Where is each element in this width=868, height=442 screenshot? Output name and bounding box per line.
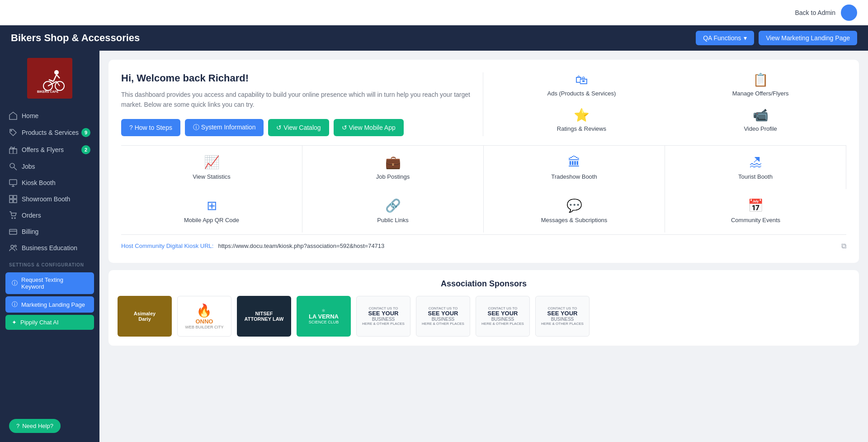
help-icon: ? xyxy=(16,423,19,429)
request-texting-button[interactable]: ⓘ Request Texting Keyword xyxy=(5,272,94,294)
header-actions: QA Functions ▾ View Marketing Landing Pa… xyxy=(696,31,857,45)
welcome-card: Hi, Welcome back Richard! This dashboard… xyxy=(108,60,859,263)
tradeshow-icon: 🏛 xyxy=(568,155,580,170)
quick-link-ratings[interactable]: ⭐ Ratings & Reviews xyxy=(496,108,668,136)
sponsors-grid: AsimaleyDariy 🔥 ONNO WEB BUILDER CITY NI… xyxy=(118,296,850,337)
how-to-steps-button[interactable]: ? How to Steps xyxy=(121,119,180,136)
sidebar-item-products[interactable]: Products & Services 9 xyxy=(0,124,99,141)
grid-item-job-postings[interactable]: 💼 Job Postings xyxy=(302,146,484,189)
welcome-left: Hi, Welcome back Richard! This dashboard… xyxy=(121,72,483,136)
welcome-top-section: Hi, Welcome back Richard! This dashboard… xyxy=(121,72,846,136)
offers-badge: 2 xyxy=(81,145,90,154)
view-mobile-app-button[interactable]: ↺ View Mobile App xyxy=(334,119,404,136)
key-icon xyxy=(9,162,17,171)
chevron-down-icon: ▾ xyxy=(744,34,747,42)
quick-link-ads[interactable]: 🛍 Ads (Products & Services) xyxy=(496,72,668,100)
sponsor-see-4[interactable]: CONTACT US TO SEE YOUR BUSINESS HERE & O… xyxy=(535,296,590,337)
gift-icon xyxy=(9,146,17,154)
sponsor-see-1[interactable]: CONTACT US TO SEE YOUR BUSINESS HERE & O… xyxy=(356,296,410,337)
sponsors-title: Association Sponsors xyxy=(118,279,850,289)
need-help-button[interactable]: ? Need Help? xyxy=(9,419,61,433)
main-content: Hi, Welcome back Richard! This dashboard… xyxy=(99,51,868,442)
public-links-icon: 🔗 xyxy=(385,198,401,213)
sponsors-card: Association Sponsors AsimaleyDariy 🔥 ONN… xyxy=(108,270,859,346)
tourist-icon: 🏖 xyxy=(749,155,762,170)
view-landing-button[interactable]: View Marketing Landing Page xyxy=(759,31,857,45)
products-badge: 9 xyxy=(81,128,90,137)
sponsor-see-2[interactable]: CONTACT US TO SEE YOUR BUSINESS HERE & O… xyxy=(416,296,470,337)
manage-offers-icon: 📋 xyxy=(753,72,769,87)
info-icon2: ⓘ xyxy=(12,300,18,309)
users-icon xyxy=(9,244,17,252)
quick-link-video[interactable]: 📹 Video Profile xyxy=(675,108,846,136)
svg-point-18 xyxy=(12,218,13,219)
view-catalog-button[interactable]: ↺ View Catalog xyxy=(268,119,329,136)
grid-item-public-links[interactable]: 🔗 Public Links xyxy=(302,189,484,233)
community-icon: 📅 xyxy=(748,198,764,213)
url-value: https://www.docu.team/kiosk.php?associat… xyxy=(218,242,837,249)
job-postings-icon: 💼 xyxy=(385,155,401,170)
svg-rect-15 xyxy=(14,195,17,199)
svg-rect-16 xyxy=(9,200,13,203)
sponsor-onno[interactable]: 🔥 ONNO WEB BUILDER CITY xyxy=(177,296,231,337)
ads-icon: 🛍 xyxy=(575,72,588,87)
svg-rect-17 xyxy=(14,200,17,203)
settings-section-label: SETTINGS & CONFIGURATION xyxy=(0,256,99,270)
sidebar-item-offers[interactable]: Offers & Flyers 2 xyxy=(0,141,99,158)
svg-text:BIKERS CAFE: BIKERS CAFE xyxy=(37,90,59,93)
sidebar-navigation: Home Products & Services 9 Offers & Flye… xyxy=(0,108,99,256)
page-title: Bikers Shop & Accessories xyxy=(11,32,140,44)
grid-item-messages[interactable]: 💬 Messages & Subcriptions xyxy=(484,189,665,233)
svg-point-1 xyxy=(54,70,59,75)
svg-point-19 xyxy=(14,218,15,219)
sponsor-nitsef[interactable]: NITSEFATTORNEY LAW xyxy=(237,296,291,337)
qa-functions-button[interactable]: QA Functions ▾ xyxy=(696,31,754,45)
svg-point-21 xyxy=(11,245,14,248)
statistics-icon: 📈 xyxy=(204,155,220,170)
system-information-button[interactable]: ⓘ System Information xyxy=(185,119,264,136)
svg-point-22 xyxy=(14,245,16,247)
top-bar: Back to Admin xyxy=(0,0,868,25)
grid-item-statistics[interactable]: 📈 View Statistics xyxy=(121,146,302,189)
copy-icon[interactable]: ⧉ xyxy=(841,242,846,250)
svg-point-10 xyxy=(11,130,12,131)
user-avatar[interactable] xyxy=(841,5,857,21)
grid-item-tourist[interactable]: 🏖 Tourist Booth xyxy=(665,146,846,189)
welcome-description: This dashboard provides you access and c… xyxy=(121,90,472,110)
sidebar-item-orders[interactable]: Orders xyxy=(0,207,99,223)
quick-link-offers-flyers[interactable]: 📋 Manage Offers/Flyers xyxy=(675,72,846,100)
sidebar-item-jobs[interactable]: Jobs xyxy=(0,158,99,175)
grid-item-tradeshow[interactable]: 🏛 Tradeshow Booth xyxy=(484,146,665,189)
back-to-admin[interactable]: Back to Admin xyxy=(795,9,836,16)
feature-grid: 📈 View Statistics 💼 Job Postings 🏛 Trade… xyxy=(121,145,846,233)
credit-icon xyxy=(9,228,17,236)
sponsor-see-3[interactable]: CONTACT US TO SEE YOUR BUSINESS HERE & O… xyxy=(476,296,530,337)
sidebar-logo: BIKERS CAFE xyxy=(0,58,99,99)
main-layout: BIKERS CAFE Home Products & Services 9 xyxy=(0,51,868,442)
business-logo: BIKERS CAFE xyxy=(27,58,72,99)
info-icon: ⓘ xyxy=(12,279,18,287)
sidebar: BIKERS CAFE Home Products & Services 9 xyxy=(0,51,99,442)
sidebar-item-education[interactable]: Business Education xyxy=(0,240,99,256)
grid-item-community[interactable]: 📅 Community Events xyxy=(665,189,846,233)
sidebar-item-showroom[interactable]: Showroom Booth xyxy=(0,191,99,207)
sponsor-laverna[interactable]: ⚛ LA VERNA SCIENCE CLUB xyxy=(297,296,351,337)
tag-icon xyxy=(9,128,17,137)
cart-icon xyxy=(9,211,17,219)
grid-item-qr-code[interactable]: ⊞ Mobile App QR Code xyxy=(121,189,302,233)
welcome-quick-links: 🛍 Ads (Products & Services) 📋 Manage Off… xyxy=(483,72,847,136)
sidebar-item-home[interactable]: Home xyxy=(0,108,99,124)
svg-rect-13 xyxy=(9,180,17,185)
video-icon: 📹 xyxy=(753,108,769,123)
page-header: Bikers Shop & Accessories QA Functions ▾… xyxy=(0,25,868,51)
grid-icon xyxy=(9,195,17,203)
svg-rect-14 xyxy=(9,195,13,199)
marketing-landing-button[interactable]: ⓘ Marketing Landing Page xyxy=(5,296,94,313)
svg-rect-20 xyxy=(9,229,17,234)
sidebar-item-billing[interactable]: Billing xyxy=(0,223,99,240)
pippily-chat-button[interactable]: ✦ Pippily Chat AI xyxy=(5,315,94,330)
welcome-title: Hi, Welcome back Richard! xyxy=(121,72,472,84)
sponsor-asimaley[interactable]: AsimaleyDariy xyxy=(118,296,172,337)
sidebar-item-kiosk[interactable]: Kiosk Booth xyxy=(0,175,99,191)
ratings-icon: ⭐ xyxy=(574,108,590,123)
